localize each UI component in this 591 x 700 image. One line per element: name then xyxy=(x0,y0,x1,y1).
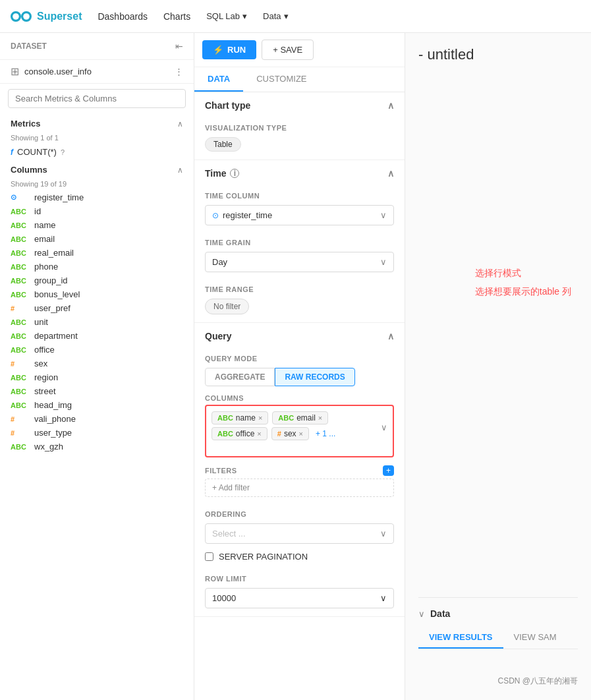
watermark: CSDN @八五年的湘哥 xyxy=(418,676,578,687)
col-type-label: ⊙ xyxy=(11,193,30,202)
add-filter-plus-btn[interactable]: + xyxy=(383,465,394,476)
columns-chevron-icon: ∧ xyxy=(177,165,183,175)
metric-name: COUNT(*) xyxy=(17,147,57,157)
tag-office-label: office xyxy=(236,429,254,438)
list-item: ABC id xyxy=(0,204,194,218)
tag-close-sex-icon[interactable]: × xyxy=(299,430,303,438)
nav-charts[interactable]: Charts xyxy=(163,11,190,22)
row-limit-chevron-icon: ∨ xyxy=(380,593,387,603)
list-item: ABC bonus_level xyxy=(0,287,194,301)
col-name-label: wx_gzh xyxy=(34,442,63,452)
list-item: # user_pref xyxy=(0,301,194,315)
row-limit-label: ROW LIMIT xyxy=(194,569,405,585)
sidebar-collapse-btn[interactable]: ⇤ xyxy=(175,41,183,51)
col-name-label: bonus_level xyxy=(34,289,80,299)
col-name-label: head_img xyxy=(34,400,72,410)
nav-dashboards[interactable]: Dashboards xyxy=(98,11,148,22)
query-label: Query xyxy=(205,331,231,341)
annotation-line1: 选择行模式 xyxy=(475,264,571,282)
data-collapse-icon[interactable]: ∨ xyxy=(418,609,425,619)
row-limit-value: 10000 xyxy=(212,593,236,603)
server-pagination-row: SERVER PAGINATION xyxy=(205,552,394,562)
columns-expand-btn[interactable]: + 1 ... xyxy=(316,429,335,438)
list-item: ABC department xyxy=(0,329,194,343)
search-input[interactable] xyxy=(8,89,186,108)
ordering-placeholder: Select ... xyxy=(212,529,246,539)
col-type-label: ABC xyxy=(11,346,30,354)
chart-type-chevron-icon: ∧ xyxy=(387,100,394,111)
query-section-header[interactable]: Query ∧ xyxy=(194,323,405,349)
column-tag-name[interactable]: ABC name × xyxy=(211,411,268,424)
chart-type-header[interactable]: Chart type ∧ xyxy=(194,92,405,119)
tag-email-label: email xyxy=(296,413,316,423)
time-column-label: TIME COLUMN xyxy=(194,187,405,202)
filters-field-header: FILTERS + xyxy=(194,465,405,476)
query-section: Query ∧ QUERY MODE AGGREGATE RAW RECORDS… xyxy=(194,323,405,617)
columns-box[interactable]: ABC name × ABC email × xyxy=(205,405,394,457)
nav-data[interactable]: Data ▾ xyxy=(263,11,288,21)
col-type-label: # xyxy=(11,429,30,437)
col-name-label: region xyxy=(34,372,58,382)
col-type-label: ABC xyxy=(11,277,30,285)
col-name-label: user_pref xyxy=(34,303,70,313)
tag-type-abc: ABC xyxy=(217,414,233,422)
data-section-header: ∨ Data xyxy=(418,608,578,619)
view-sample-tab[interactable]: VIEW SAM xyxy=(503,627,567,649)
metrics-showing: Showing 1 of 1 xyxy=(0,134,194,144)
col-type-label: ABC xyxy=(11,221,30,229)
time-section-header[interactable]: Time i ∧ xyxy=(194,160,405,187)
list-item: ABC email xyxy=(0,232,194,246)
time-range-label: TIME RANGE xyxy=(194,280,405,296)
logo: Superset xyxy=(11,6,82,27)
raw-records-btn[interactable]: RAW RECORDS xyxy=(275,368,354,386)
list-item: ABC wx_gzh xyxy=(0,440,194,453)
metrics-chevron-icon: ∧ xyxy=(177,119,183,129)
annotation-line2: 选择想要展示的table 列 xyxy=(475,282,571,301)
nav-sqllab[interactable]: SQL Lab ▾ xyxy=(206,11,247,21)
tag-close-office-icon[interactable]: × xyxy=(257,430,261,438)
time-column-select[interactable]: ⊙ register_time ∨ xyxy=(205,205,394,225)
dataset-label: Dataset xyxy=(11,42,47,51)
tab-data[interactable]: DATA xyxy=(194,67,243,92)
list-item: ABC group_id xyxy=(0,274,194,287)
tag-close-icon[interactable]: × xyxy=(258,414,262,422)
time-grain-select[interactable]: Day ∨ xyxy=(205,252,394,272)
chart-title: - untitled xyxy=(418,46,578,63)
col-type-label: ABC xyxy=(11,235,30,243)
server-pagination-checkbox[interactable] xyxy=(205,552,213,561)
run-button[interactable]: ⚡ RUN xyxy=(202,40,256,59)
metrics-section-header[interactable]: Metrics ∧ xyxy=(0,113,194,134)
row-limit-select[interactable]: 10000 ∨ xyxy=(205,588,394,608)
col-type-label: ABC xyxy=(11,208,30,216)
ordering-chevron-icon: ∨ xyxy=(380,529,387,539)
columns-tag-row-1: ABC name × ABC email × xyxy=(211,411,378,424)
tab-customize[interactable]: CUSTOMIZE xyxy=(243,67,320,92)
col-name-label: office xyxy=(34,345,55,355)
add-filter-btn[interactable]: + Add filter xyxy=(205,479,394,497)
list-item: ABC real_email xyxy=(0,246,194,260)
metric-item: f COUNT(*) ? xyxy=(0,144,194,160)
time-range-badge[interactable]: No filter xyxy=(205,299,249,314)
col-name-label: department xyxy=(34,331,78,341)
view-results-tab[interactable]: VIEW RESULTS xyxy=(418,627,503,649)
dataset-more-btn[interactable]: ⋮ xyxy=(175,67,183,76)
aggregate-btn[interactable]: AGGREGATE xyxy=(205,368,275,386)
dataset-grid-icon: ⊞ xyxy=(11,65,19,78)
lightning-icon: ⚡ xyxy=(213,45,223,55)
column-tag-office[interactable]: ABC office × xyxy=(211,427,267,440)
tag-type-abc3: ABC xyxy=(217,430,233,438)
tag-close-email-icon[interactable]: × xyxy=(318,414,322,422)
save-button[interactable]: + SAVE xyxy=(262,40,314,60)
ordering-select[interactable]: Select ... ∨ xyxy=(205,523,394,544)
ordering-label: ORDERING xyxy=(194,505,405,521)
tab-bar: DATA CUSTOMIZE xyxy=(194,67,405,92)
superset-logo-icon xyxy=(11,6,32,27)
vis-type-badge[interactable]: Table xyxy=(205,137,241,152)
columns-section-header[interactable]: Columns ∧ xyxy=(0,160,194,180)
column-tag-email[interactable]: ABC email × xyxy=(272,411,328,424)
col-type-label: ABC xyxy=(11,401,30,409)
metric-info-icon[interactable]: ? xyxy=(61,148,65,156)
column-tag-sex[interactable]: # sex × xyxy=(271,427,309,440)
col-type-label: # xyxy=(11,305,30,312)
time-grain-chevron-icon: ∨ xyxy=(380,257,387,267)
